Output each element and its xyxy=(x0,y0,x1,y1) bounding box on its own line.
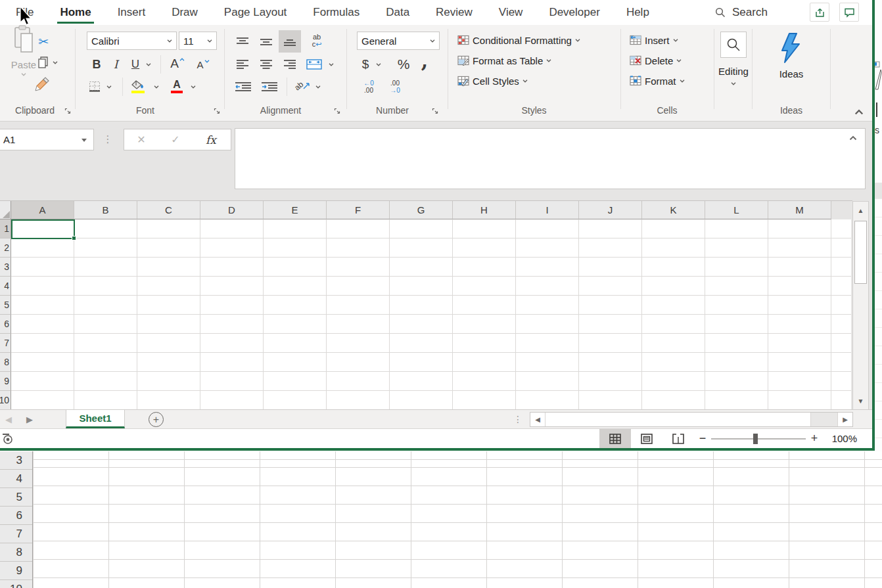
col-header-e[interactable]: E xyxy=(264,201,327,219)
decrease-indent-button[interactable] xyxy=(231,78,255,96)
row-header-4[interactable]: 4 xyxy=(0,277,11,296)
number-dialog-launcher[interactable] xyxy=(432,108,438,114)
fill-color-dropdown-chevron[interactable] xyxy=(154,85,159,89)
prev-sheet-button[interactable]: ◀ xyxy=(5,410,12,428)
menu-tab-review[interactable]: Review xyxy=(423,0,486,25)
cell-styles-button[interactable]: Cell Styles xyxy=(457,71,528,91)
comments-button[interactable] xyxy=(839,3,859,22)
page-layout-view-button[interactable] xyxy=(631,429,662,448)
font-dialog-launcher[interactable] xyxy=(214,108,220,114)
number-format-combo[interactable]: General xyxy=(357,32,440,50)
col-header-a[interactable]: A xyxy=(11,201,74,219)
format-painter-button[interactable] xyxy=(32,75,53,93)
ideas-button[interactable]: Ideas xyxy=(753,30,829,104)
middle-align-button[interactable] xyxy=(255,32,277,51)
menu-tab-draw[interactable]: Draw xyxy=(158,0,211,25)
vertical-scrollbar[interactable]: ▲ ▼ xyxy=(852,201,869,410)
next-sheet-button[interactable]: ▶ xyxy=(26,410,33,428)
col-header-l[interactable]: L xyxy=(705,201,768,219)
horizontal-scrollbar[interactable]: ◀ ▶ xyxy=(530,412,853,427)
align-center-button[interactable] xyxy=(255,55,277,74)
col-header-j[interactable]: J xyxy=(579,201,642,219)
font-color-dropdown-chevron[interactable] xyxy=(191,85,196,89)
row-header-10[interactable]: 10 xyxy=(0,391,11,410)
horizontal-scroll-thumb[interactable] xyxy=(545,413,811,426)
increase-indent-button[interactable] xyxy=(258,78,281,96)
orientation-dropdown-chevron[interactable] xyxy=(315,85,321,89)
search-box[interactable]: Search xyxy=(715,0,768,25)
cancel-button[interactable]: ✕ xyxy=(124,133,158,146)
format-as-table-button[interactable]: Format as Table xyxy=(457,51,551,70)
col-header-k[interactable]: K xyxy=(642,201,705,219)
cut-button[interactable]: ✂ xyxy=(34,33,53,50)
row-header-1[interactable]: 1 xyxy=(0,219,11,238)
macro-record-icon[interactable] xyxy=(3,434,13,444)
merge-center-dropdown-chevron[interactable] xyxy=(329,63,334,66)
col-header-g[interactable]: G xyxy=(390,201,453,219)
scroll-down-button[interactable]: ▼ xyxy=(853,392,868,409)
col-header-c[interactable]: C xyxy=(137,201,200,219)
tab-bar-drag-handle[interactable]: ⋮ xyxy=(513,410,522,428)
menu-tab-help[interactable]: Help xyxy=(613,0,662,25)
collapse-formula-bar-chevron[interactable] xyxy=(849,135,857,141)
editing-button[interactable]: Editing xyxy=(715,30,752,109)
sheet-tab-sheet1[interactable]: Sheet1 xyxy=(66,410,125,428)
zoom-out-button[interactable]: − xyxy=(695,432,710,445)
clipboard-dialog-launcher[interactable] xyxy=(64,108,71,114)
bottom-align-button[interactable] xyxy=(279,30,301,53)
decrease-decimal-button[interactable]: .00→0 xyxy=(383,78,407,96)
col-header-d[interactable]: D xyxy=(200,201,264,219)
scroll-left-button[interactable]: ◀ xyxy=(530,413,545,426)
col-header-m[interactable]: M xyxy=(768,201,831,219)
row-header-6[interactable]: 6 xyxy=(0,315,11,334)
borders-button[interactable] xyxy=(87,78,103,96)
zoom-in-button[interactable]: + xyxy=(807,432,822,445)
grow-font-button[interactable]: A xyxy=(167,54,188,74)
wrap-text-button[interactable]: abc↩ xyxy=(304,30,330,51)
col-header-b[interactable]: B xyxy=(74,201,137,219)
percent-style-button[interactable]: % xyxy=(393,55,414,74)
top-align-button[interactable] xyxy=(231,32,254,51)
share-button[interactable] xyxy=(810,3,829,22)
new-sheet-button[interactable]: + xyxy=(149,412,164,427)
comma-style-button[interactable]: , xyxy=(418,51,431,70)
insert-cells-button[interactable]: Insert xyxy=(630,30,678,50)
enter-button[interactable]: ✓ xyxy=(158,133,193,146)
align-right-button[interactable] xyxy=(279,55,301,74)
copy-button[interactable] xyxy=(33,54,63,71)
delete-cells-button[interactable]: Delete xyxy=(630,51,682,70)
menu-tab-data[interactable]: Data xyxy=(373,0,423,25)
currency-button[interactable]: $ xyxy=(359,55,372,74)
collapse-ribbon-chevron[interactable] xyxy=(854,109,864,115)
row-header-9[interactable]: 9 xyxy=(0,372,11,391)
underline-button[interactable]: U xyxy=(128,55,143,74)
scroll-up-button[interactable]: ▲ xyxy=(853,202,868,219)
cells-grid[interactable] xyxy=(11,219,851,410)
scroll-right-button[interactable]: ▶ xyxy=(837,413,852,426)
font-size-combo[interactable]: 11 xyxy=(179,32,217,50)
row-header-3[interactable]: 3 xyxy=(0,258,11,277)
fill-color-button[interactable] xyxy=(129,76,147,96)
increase-decimal-button[interactable]: ←0.00 xyxy=(357,78,381,96)
fill-handle[interactable] xyxy=(72,236,76,240)
zoom-slider-track[interactable] xyxy=(711,438,806,440)
row-header-2[interactable]: 2 xyxy=(0,238,11,258)
insert-function-button[interactable]: fx xyxy=(193,133,229,147)
menu-tab-insert[interactable]: Insert xyxy=(104,0,159,25)
page-break-preview-button[interactable] xyxy=(662,429,694,448)
menu-tab-home[interactable]: Home xyxy=(47,0,104,25)
menu-tab-formulas[interactable]: Formulas xyxy=(300,0,373,25)
format-cells-button[interactable]: Format xyxy=(630,71,685,91)
normal-view-button[interactable] xyxy=(599,429,631,448)
align-left-button[interactable] xyxy=(231,55,254,74)
alignment-dialog-launcher[interactable] xyxy=(334,108,340,114)
col-header-f[interactable]: F xyxy=(327,201,390,219)
shrink-font-button[interactable]: A xyxy=(192,55,214,74)
col-header-i[interactable]: I xyxy=(516,201,579,219)
italic-button[interactable]: I xyxy=(108,55,124,74)
row-header-7[interactable]: 7 xyxy=(0,334,11,353)
formula-input[interactable] xyxy=(235,128,866,189)
menu-tab-view[interactable]: View xyxy=(486,0,536,25)
menu-tab-developer[interactable]: Developer xyxy=(536,0,613,25)
menu-tab-page-layout[interactable]: Page Layout xyxy=(211,0,300,25)
